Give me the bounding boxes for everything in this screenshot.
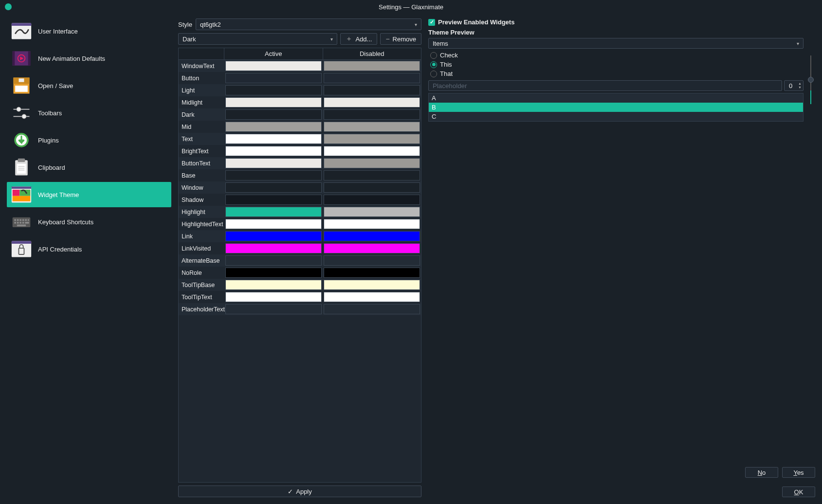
svg-rect-31	[22, 219, 24, 221]
color-swatch-disabled[interactable]	[323, 169, 421, 181]
color-swatch-active[interactable]	[224, 303, 323, 315]
color-swatch-active[interactable]	[224, 230, 323, 242]
sidebar-item-user-interface[interactable]: User Interface	[7, 18, 171, 44]
color-swatch-active[interactable]	[224, 108, 323, 121]
color-row-label: Text	[179, 133, 224, 145]
sidebar-item-clipboard[interactable]: Clipboard	[7, 155, 171, 180]
sidebar-item-keyboard-shortcuts[interactable]: Keyboard Shortcuts	[7, 209, 171, 234]
color-swatch-active[interactable]	[224, 279, 323, 291]
header-empty	[179, 48, 224, 59]
theme-dropdown[interactable]: Dark	[178, 33, 337, 45]
color-swatch-active[interactable]	[224, 206, 323, 218]
preview-text-input[interactable]	[428, 80, 782, 91]
sidebar-item-label: Open / Save	[38, 82, 73, 90]
sidebar-item-widget-theme[interactable]: Widget Theme	[7, 182, 171, 207]
sidebar-item-label: Toolbars	[38, 109, 62, 117]
color-swatch-disabled[interactable]	[323, 206, 421, 218]
spinbox-arrows[interactable]: ▲▼	[797, 82, 803, 90]
color-row-midlight: Midlight	[179, 96, 421, 108]
apply-button[interactable]: ✓ Apply	[178, 486, 421, 497]
radio-row-this[interactable]: This	[428, 60, 804, 69]
radio-button[interactable]	[430, 52, 437, 59]
radio-label: This	[440, 61, 452, 68]
sidebar-item-plugins[interactable]: Plugins	[7, 127, 171, 153]
radio-row-check[interactable]: Check	[428, 51, 804, 60]
svg-rect-18	[17, 164, 26, 174]
style-dropdown[interactable]: qt6gtk2	[196, 18, 421, 30]
color-row-label: Shadow	[179, 194, 224, 206]
sidebar-item-toolbars[interactable]: Toolbars	[7, 100, 171, 126]
slider-thumb[interactable]	[808, 77, 814, 83]
color-swatch-active[interactable]	[224, 267, 323, 279]
color-swatch-disabled[interactable]	[323, 230, 421, 242]
color-swatch-active[interactable]	[224, 72, 323, 84]
color-swatch-disabled[interactable]	[323, 96, 421, 108]
color-row-label: BrightText	[179, 145, 224, 157]
yes-button[interactable]: Yes	[782, 467, 815, 478]
color-swatch-active[interactable]	[224, 121, 323, 133]
sidebar-item-new-animation-defaults[interactable]: New Animation Defaults	[7, 46, 171, 71]
color-swatch-active[interactable]	[224, 84, 323, 96]
preview-controls: Items CheckThisThat 0 ▲▼ ABC	[428, 38, 804, 122]
list-item[interactable]: C	[429, 112, 803, 121]
radio-row-that[interactable]: That	[428, 69, 804, 78]
color-swatch-active[interactable]	[224, 157, 323, 169]
color-swatch-active[interactable]	[224, 145, 323, 157]
color-swatch-disabled[interactable]	[323, 279, 421, 291]
color-swatch-disabled[interactable]	[323, 72, 421, 84]
color-swatch-disabled[interactable]	[323, 84, 421, 96]
color-row-button: Button	[179, 72, 421, 84]
preview-enabled-checkbox[interactable]	[428, 19, 435, 26]
color-swatch-disabled[interactable]	[323, 291, 421, 303]
color-row-label: Button	[179, 72, 224, 84]
sidebar-item-open-save[interactable]: Open / Save	[7, 73, 171, 98]
color-swatch-active[interactable]	[224, 60, 323, 72]
color-swatch-active[interactable]	[224, 218, 323, 230]
preview-list[interactable]: ABC	[428, 93, 804, 122]
color-swatch-disabled[interactable]	[323, 218, 421, 230]
svg-rect-36	[19, 222, 21, 224]
preview-slider[interactable]	[806, 38, 815, 122]
remove-theme-button[interactable]: − Remove	[380, 33, 421, 45]
sidebar-item-api-credentials[interactable]: API Credentials	[7, 236, 171, 262]
color-swatch-active[interactable]	[224, 291, 323, 303]
no-button[interactable]: No	[745, 467, 778, 478]
list-item[interactable]: A	[429, 93, 803, 103]
color-swatch-disabled[interactable]	[323, 121, 421, 133]
preview-dropdown[interactable]: Items	[428, 38, 804, 49]
color-swatch-disabled[interactable]	[323, 133, 421, 145]
sidebar: User InterfaceNew Animation DefaultsOpen…	[7, 18, 171, 497]
ok-button[interactable]: OK	[782, 486, 815, 497]
preview-spinbox[interactable]: 0 ▲▼	[784, 80, 804, 91]
color-swatch-disabled[interactable]	[323, 194, 421, 206]
list-item[interactable]: B	[429, 103, 803, 112]
color-swatch-disabled[interactable]	[323, 181, 421, 194]
svg-rect-33	[28, 219, 29, 221]
color-swatch-active[interactable]	[224, 169, 323, 181]
color-swatch-disabled[interactable]	[323, 157, 421, 169]
radio-button[interactable]	[430, 71, 437, 77]
color-table-header: Active Disabled	[179, 48, 421, 60]
color-row-label: PlaceholderText	[179, 303, 224, 315]
color-swatch-disabled[interactable]	[323, 267, 421, 279]
color-swatch-active[interactable]	[224, 181, 323, 194]
color-swatch-active[interactable]	[224, 96, 323, 108]
window-close-button[interactable]	[5, 3, 12, 10]
svg-rect-41	[12, 241, 31, 244]
color-table-body: WindowTextButtonLightMidlightDarkMidText…	[179, 60, 421, 482]
color-swatch-disabled[interactable]	[323, 60, 421, 72]
color-swatch-active[interactable]	[224, 242, 323, 254]
add-theme-button[interactable]: ＋ Add...	[340, 33, 377, 45]
color-swatch-disabled[interactable]	[323, 303, 421, 315]
color-swatch-disabled[interactable]	[323, 108, 421, 121]
color-swatch-disabled[interactable]	[323, 254, 421, 267]
color-swatch-disabled[interactable]	[323, 242, 421, 254]
sidebar-item-label: Clipboard	[38, 164, 65, 171]
radio-button[interactable]	[430, 61, 437, 68]
sidebar-item-label: Keyboard Shortcuts	[38, 218, 93, 226]
check-icon: ✓	[288, 488, 293, 495]
color-swatch-disabled[interactable]	[323, 145, 421, 157]
color-swatch-active[interactable]	[224, 133, 323, 145]
color-swatch-active[interactable]	[224, 194, 323, 206]
color-swatch-active[interactable]	[224, 254, 323, 267]
